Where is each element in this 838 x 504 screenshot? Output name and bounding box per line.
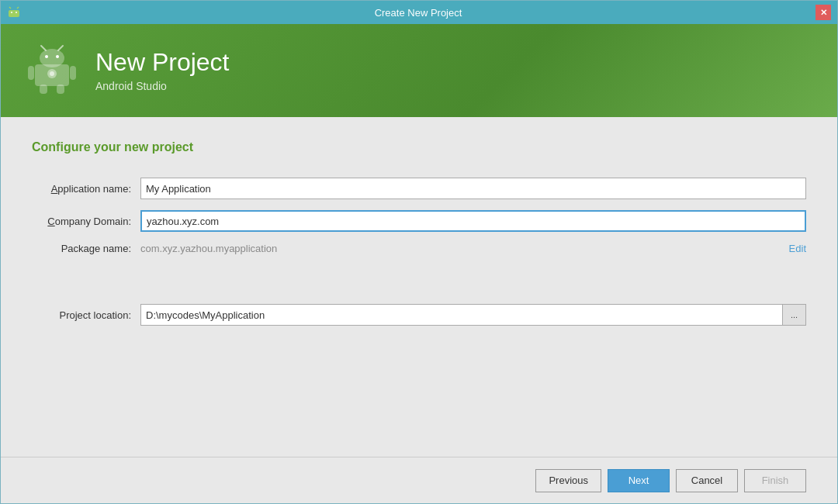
- svg-line-4: [17, 7, 19, 9]
- svg-rect-14: [57, 85, 64, 94]
- svg-point-2: [16, 12, 17, 13]
- company-domain-input[interactable]: [140, 210, 806, 232]
- title-bar: Create New Project ✕: [1, 1, 837, 24]
- app-name-label: Application name:: [32, 183, 140, 195]
- svg-point-8: [56, 55, 59, 58]
- app-icon: [7, 5, 21, 19]
- app-name-row: Application name:: [32, 178, 806, 199]
- form-area: Application name: Company Domain: Packag…: [32, 178, 806, 433]
- spacer: [32, 265, 806, 288]
- svg-rect-12: [70, 66, 76, 80]
- svg-point-1: [11, 12, 12, 13]
- svg-rect-13: [40, 85, 47, 94]
- company-domain-label: Company Domain:: [32, 216, 140, 227]
- package-name-row: Package name: com.xyz.yazhou.myapplicati…: [32, 243, 806, 254]
- header-text: New Project Android Studio: [95, 49, 230, 91]
- package-name-value: com.xyz.yazhou.myapplication: [140, 243, 783, 254]
- svg-rect-11: [28, 66, 34, 80]
- section-title: Configure your new project: [32, 140, 806, 154]
- app-name-input[interactable]: [140, 178, 806, 199]
- window-controls: ✕: [815, 5, 831, 20]
- edit-package-link[interactable]: Edit: [789, 243, 806, 254]
- project-location-row: Project location: ...: [32, 304, 806, 326]
- company-domain-row: Company Domain:: [32, 210, 806, 232]
- close-button[interactable]: ✕: [815, 5, 831, 20]
- svg-line-3: [9, 7, 11, 9]
- header-subtitle: Android Studio: [95, 80, 230, 92]
- svg-point-6: [40, 49, 64, 67]
- project-location-label: Project location:: [32, 309, 140, 321]
- footer: Previous Next Cancel Finish: [1, 457, 837, 503]
- main-window: Create New Project ✕: [0, 0, 838, 504]
- cancel-button[interactable]: Cancel: [676, 469, 738, 492]
- browse-button[interactable]: ...: [783, 304, 806, 326]
- finish-button[interactable]: Finish: [744, 469, 806, 492]
- previous-button[interactable]: Previous: [535, 469, 601, 492]
- project-location-input[interactable]: [140, 304, 783, 326]
- svg-point-7: [45, 55, 48, 58]
- window-title: Create New Project: [21, 7, 815, 19]
- header-title: New Project: [95, 49, 230, 76]
- header-band: New Project Android Studio: [1, 24, 837, 117]
- svg-rect-0: [9, 10, 19, 17]
- svg-line-10: [58, 46, 63, 50]
- next-button[interactable]: Next: [608, 469, 670, 492]
- android-logo: [24, 43, 80, 98]
- main-content: Configure your new project Application n…: [1, 117, 837, 457]
- package-name-label: Package name:: [32, 243, 140, 254]
- svg-line-9: [41, 46, 46, 50]
- svg-point-16: [50, 71, 54, 76]
